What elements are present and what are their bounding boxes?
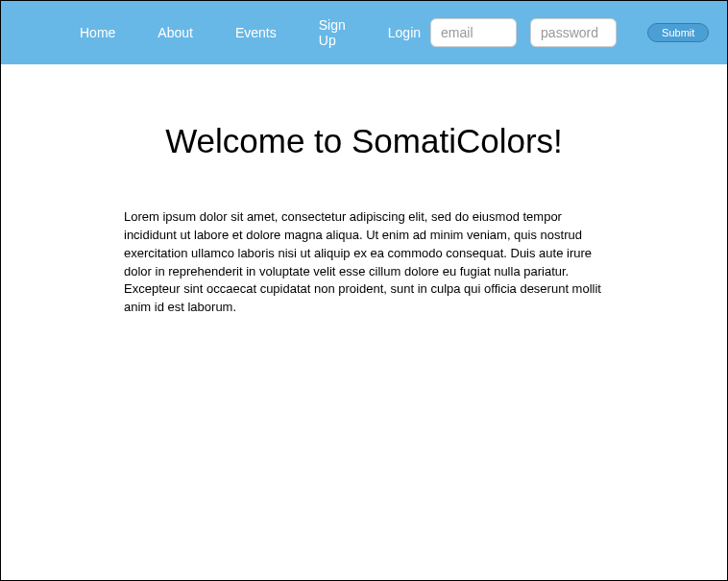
nav-link-login[interactable]: Login xyxy=(388,25,421,40)
body-text: Lorem ipsum dolor sit amet, consectetur … xyxy=(124,208,604,317)
nav-link-about[interactable]: About xyxy=(158,25,193,40)
page-title: Welcome to SomatiColors! xyxy=(124,122,604,160)
navbar: Home About Events Sign Up Login Submit xyxy=(1,1,727,64)
nav-link-home[interactable]: Home xyxy=(80,25,115,40)
email-input[interactable] xyxy=(430,18,517,47)
submit-button[interactable]: Submit xyxy=(647,23,709,42)
password-input[interactable] xyxy=(530,18,617,47)
nav-links: Home About Events Sign Up Login xyxy=(80,17,430,48)
login-form: Submit xyxy=(430,18,709,47)
nav-link-signup[interactable]: Sign Up xyxy=(319,17,346,48)
main-content: Welcome to SomatiColors! Lorem ipsum dol… xyxy=(1,64,727,336)
nav-link-events[interactable]: Events xyxy=(235,25,277,40)
